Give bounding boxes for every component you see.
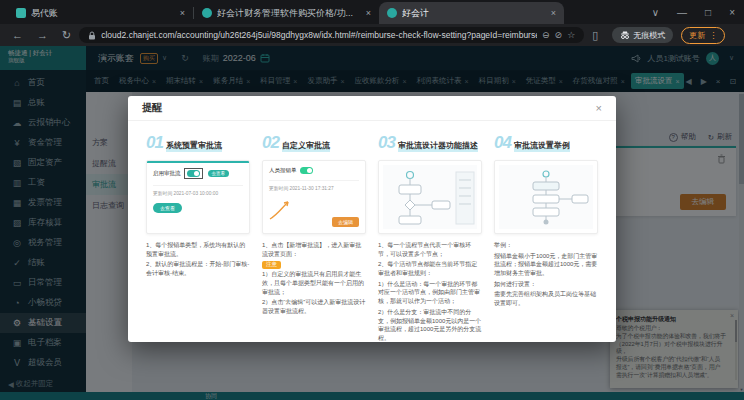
update-label: 更新 — [689, 30, 705, 41]
incognito-label: 无痕模式 — [633, 30, 665, 41]
mini-screenshot-example — [494, 160, 598, 234]
reminder-modal: 提醒 × 01 系统预置审批流 启用审批流 去查看 — [128, 96, 616, 342]
step-title: 审批流设计器功能描述 — [398, 140, 478, 152]
lock-icon — [88, 31, 96, 40]
step-title: 审批流设置举例 — [514, 140, 570, 152]
modal-body: 01 系统预置审批流 启用审批流 去查看 更新时间 2021-07-03 10:… — [128, 121, 616, 345]
step-text: 举例： — [494, 241, 598, 250]
browser-tab-haokuaiji-active[interactable]: 好会计 × — [379, 2, 564, 24]
mini-screenshot-preset: 启用审批流 去查看 更新时间 2021-07-03 10:00:00 去查看 — [146, 160, 250, 234]
annotation-box — [184, 168, 203, 179]
modal-column-designer: 03 审批流设计器功能描述 — [378, 133, 482, 345]
browser-tab-yidaizhang[interactable]: 易代账 × — [8, 2, 193, 24]
mini-view-button: 去查看 — [153, 203, 182, 213]
modal-header: 提醒 × — [128, 96, 616, 121]
tab-title: 好会计 — [402, 7, 546, 20]
tab-title: 易代账 — [31, 7, 175, 20]
browser-tab-haokuaiji-buy[interactable]: 好会计财务管理软件购买价格/功... × — [194, 2, 379, 24]
step-title: 系统预置审批流 — [166, 140, 222, 152]
modal-title: 提醒 — [142, 101, 162, 115]
window-controls: ∨ — □ × — [643, 7, 744, 18]
step-text: 2）什么是分支：审批流中不同的分支，例如报销单金额1000元以内是一个审批流程，… — [378, 308, 482, 343]
tab-title: 好会计财务管理软件购买价格/功... — [217, 7, 361, 20]
modal-close-icon[interactable]: × — [596, 102, 602, 114]
step-number: 02 — [262, 133, 279, 153]
haokuaiji-favicon-icon — [387, 8, 397, 18]
minimize-icon[interactable]: — — [668, 7, 696, 18]
yidaizhang-favicon-icon — [16, 8, 26, 18]
mini-update-time: 更新时间 2021-07-03 10:00:00 — [153, 185, 243, 196]
mini-screenshot-designer — [378, 160, 482, 234]
eye-off-icon[interactable]: ⊘ — [555, 30, 563, 40]
tab-close-icon[interactable]: × — [180, 8, 185, 18]
screen: 易代账 × 好会计财务管理软件购买价格/功... × 好会计 × ∨ — □ ×… — [0, 0, 744, 400]
bookmark-star-icon[interactable]: ☆ — [567, 30, 575, 40]
zoom-out-icon[interactable]: ⊖ — [542, 30, 550, 40]
step-text: 2、默认的审批流程是：开始-部门审核-会计审核-结束。 — [146, 260, 250, 277]
step-text: 2）点击“去编辑”可以进入新审批流设计器设置审批流程。 — [262, 298, 366, 315]
back-icon[interactable]: ← — [6, 29, 29, 41]
app-window: 畅捷通 | 好会计 旗舰版 演示账套 购买 ∨ ↻ 账期 2022-06 人员1… — [0, 46, 744, 400]
close-window-icon[interactable]: × — [720, 7, 744, 18]
tab-search-icon[interactable]: ∨ — [643, 7, 668, 18]
toggle-on-icon — [187, 170, 200, 177]
browser-tab-strip: 易代账 × 好会计财务管理软件购买价格/功... × 好会计 × ∨ — □ × — [0, 0, 744, 24]
tab-close-icon[interactable]: × — [551, 8, 556, 18]
step-text: 1、每个报销单类型，系统均有默认的预置审批流。 — [146, 241, 250, 258]
step-text: 1、点击【新增审批流】，进入新审批流设置页面： — [262, 241, 366, 258]
incognito-badge: 无痕模式 — [612, 27, 673, 43]
step-number: 01 — [146, 133, 163, 153]
incognito-icon — [620, 31, 630, 40]
mini-edit-button: 去编辑 — [332, 217, 359, 227]
step-text: 1）自定义的审批流只有启用后才能生效，且每个单据类型只能有一个启用的审批流； — [262, 270, 366, 296]
status-chip: 去查看 — [208, 170, 230, 177]
modal-column-preset-flow: 01 系统预置审批流 启用审批流 去查看 更新时间 2021-07-03 10:… — [146, 133, 250, 345]
step-text: 报销单金额小于1000元，走部门主管审批流程；报销单金额超过1000元，需要增加… — [494, 252, 598, 278]
forward-icon[interactable]: → — [31, 29, 54, 41]
step-text: 1、每一个流程节点代表一个审核环节，可以设置多个节点； — [378, 241, 482, 258]
mini-toggle-label: 启用审批流 — [153, 170, 181, 177]
menu-dots-icon[interactable]: ⋮ — [709, 31, 717, 40]
url-text: cloud2.chanjet.com/accounting/uh26t264j5… — [101, 30, 537, 40]
flow-example-diagram — [500, 168, 593, 226]
toggle-on-icon — [300, 167, 313, 174]
hand-drawn-arrow-icon — [267, 197, 293, 221]
modal-column-custom-flow: 02 自定义审批流 人员报销单 更新时间 2021-11-30 17:31:27… — [262, 133, 366, 345]
restore-icon[interactable]: □ — [696, 7, 720, 18]
chrome-update-button[interactable]: 更新 ⋮ — [681, 27, 725, 44]
modal-column-example: 04 审批流设置举例 — [494, 133, 598, 345]
step-number: 03 — [378, 133, 395, 153]
side-panel-icon[interactable]: ▯ — [586, 29, 604, 42]
mini-update-time: 更新时间 2021-11-30 17:31:27 — [269, 180, 359, 191]
step-text: 需要先完善组织架构及员工岗位等基础设置即可。 — [494, 290, 598, 307]
flow-designer-diagram — [384, 168, 477, 226]
address-bar[interactable]: cloud2.chanjet.com/accounting/uh26t264j5… — [79, 27, 584, 43]
tab-close-icon[interactable]: × — [366, 8, 371, 18]
step-number: 04 — [494, 133, 511, 153]
step-title: 自定义审批流 — [282, 140, 330, 152]
step-text: 2、每个活动节点都能在当前环节指定审批者和审批规则： — [378, 260, 482, 277]
browser-toolbar: ← → ↻ cloud2.chanjet.com/accounting/uh26… — [0, 24, 744, 46]
reload-icon[interactable]: ↻ — [56, 29, 77, 42]
step-text: 1）什么是活动：每一个审批的环节都对应一个活动节点，例如由部门主管审核，那就可以… — [378, 280, 482, 306]
notice-tag: 注意 — [262, 261, 281, 269]
haokuaiji-favicon-icon — [202, 8, 212, 18]
mini-doc-label: 人员报销单 — [269, 167, 297, 174]
step-text: 如何进行设置： — [494, 280, 598, 289]
mini-screenshot-custom: 人员报销单 更新时间 2021-11-30 17:31:27 去编辑 — [262, 160, 366, 234]
